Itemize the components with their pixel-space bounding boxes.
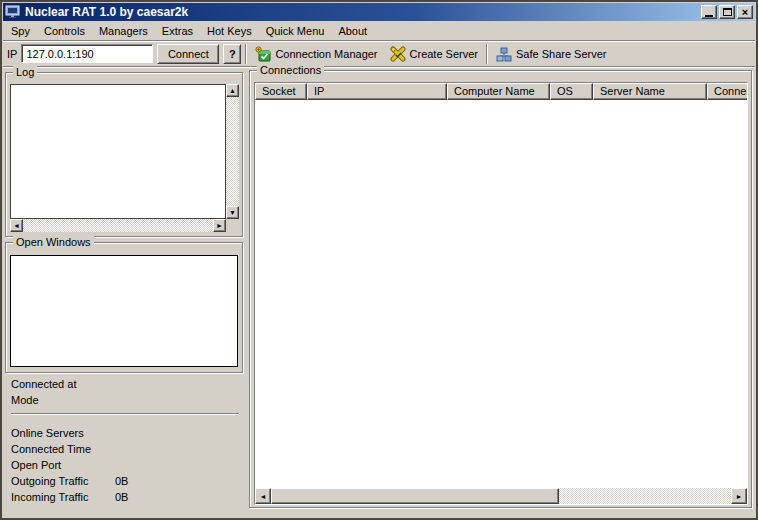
toolbar-separator — [245, 44, 247, 64]
help-button[interactable]: ? — [223, 44, 241, 64]
left-arrow-icon: ◄ — [13, 222, 20, 229]
status-row: Online Servers — [11, 425, 241, 441]
scroll-left-button[interactable]: ◄ — [10, 219, 23, 232]
menu-item-controls[interactable]: Controls — [37, 23, 92, 39]
ip-input[interactable] — [21, 44, 153, 63]
maximize-button[interactable] — [719, 5, 735, 19]
outgoing-traffic-value: 0B — [115, 475, 128, 487]
column-header-os[interactable]: OS — [550, 83, 593, 100]
toolbar-separator — [486, 44, 488, 64]
column-header-connection[interactable]: Connection — [707, 83, 747, 100]
column-header-server-name[interactable]: Server Name — [593, 83, 707, 100]
connection-manager-button[interactable]: Connection Manager — [251, 44, 381, 64]
scroll-down-button[interactable]: ▼ — [226, 206, 239, 219]
safe-share-server-button[interactable]: Safe Share Server — [492, 44, 611, 64]
create-server-label: Create Server — [410, 48, 478, 60]
log-text-area[interactable] — [10, 84, 226, 219]
connections-horizontal-scrollbar: ◄ ► — [255, 488, 747, 504]
connections-list-body[interactable] — [255, 100, 747, 488]
scrollbar-track[interactable] — [226, 97, 239, 206]
column-header-computer-name[interactable]: Computer Name — [447, 83, 550, 100]
column-header-ip[interactable]: IP — [307, 83, 447, 100]
close-button[interactable]: × — [737, 5, 753, 19]
status-row: Connected at — [11, 376, 241, 392]
scrollbar-track[interactable] — [559, 488, 731, 504]
menubar: Spy Controls Managers Extras Hot Keys Qu… — [3, 22, 755, 40]
right-arrow-icon: ► — [216, 222, 223, 229]
close-icon: × — [742, 7, 748, 17]
connected-at-label: Connected at — [11, 378, 115, 390]
app-window: Nuclear RAT 1.0 by caesar2k × Spy Contro… — [0, 0, 758, 520]
open-windows-panel-title: Open Windows — [13, 236, 94, 249]
minimize-icon — [705, 15, 713, 17]
status-row: Incoming Traffic 0B — [11, 489, 241, 505]
menu-item-about[interactable]: About — [331, 23, 374, 39]
app-icon — [5, 5, 21, 19]
safe-share-server-label: Safe Share Server — [516, 48, 607, 60]
status-block: Connected at Mode Online Servers Connect… — [11, 376, 241, 505]
connections-panel-title: Connections — [257, 64, 324, 77]
status-row: Outgoing Traffic 0B — [11, 473, 241, 489]
toolbar: IP Connect ? Connection Manager — [3, 40, 755, 67]
status-separator — [11, 413, 239, 415]
menu-item-managers[interactable]: Managers — [92, 23, 155, 39]
open-windows-list[interactable] — [10, 255, 238, 367]
log-memo: ▲ ▼ ◄ ► — [10, 84, 239, 232]
mode-label: Mode — [11, 394, 115, 406]
column-header-socket[interactable]: Socket — [255, 83, 307, 100]
open-port-label: Open Port — [11, 459, 115, 471]
maximize-icon — [723, 8, 732, 16]
connection-manager-icon — [255, 46, 271, 62]
scroll-up-button[interactable]: ▲ — [226, 84, 239, 97]
create-server-button[interactable]: Create Server — [386, 44, 482, 64]
incoming-traffic-label: Incoming Traffic — [11, 491, 115, 503]
scroll-right-button[interactable]: ► — [731, 488, 747, 504]
connect-button[interactable]: Connect — [157, 44, 219, 64]
titlebar[interactable]: Nuclear RAT 1.0 by caesar2k × — [3, 3, 755, 21]
log-panel: Log ▲ ▼ ◄ ► — [5, 72, 243, 237]
menu-item-quick-menu[interactable]: Quick Menu — [259, 23, 332, 39]
safe-share-server-icon — [496, 46, 512, 62]
connections-panel: Connections Socket IP Computer Name OS S… — [249, 70, 752, 508]
scroll-right-button[interactable]: ► — [213, 219, 226, 232]
up-arrow-icon: ▲ — [229, 87, 236, 94]
incoming-traffic-value: 0B — [115, 491, 128, 503]
menu-item-extras[interactable]: Extras — [155, 23, 200, 39]
log-panel-title: Log — [13, 66, 37, 79]
left-arrow-icon: ◄ — [260, 493, 267, 500]
status-row: Open Port — [11, 457, 241, 473]
scroll-left-button[interactable]: ◄ — [255, 488, 271, 504]
create-server-icon — [390, 46, 406, 62]
connections-list-view: Socket IP Computer Name OS Server Name C… — [254, 82, 748, 505]
status-row: Mode — [11, 392, 241, 408]
log-horizontal-scrollbar: ◄ ► — [10, 219, 226, 232]
ip-label: IP — [7, 48, 17, 60]
window-title: Nuclear RAT 1.0 by caesar2k — [25, 5, 699, 19]
connected-time-label: Connected Time — [11, 443, 115, 455]
log-vertical-scrollbar: ▲ ▼ — [226, 84, 239, 219]
down-arrow-icon: ▼ — [229, 209, 236, 216]
scrollbar-thumb[interactable] — [271, 488, 559, 504]
open-windows-panel: Open Windows — [5, 242, 243, 373]
minimize-button[interactable] — [701, 5, 717, 19]
connection-manager-label: Connection Manager — [275, 48, 377, 60]
scrollbar-corner — [226, 219, 239, 232]
status-row: Connected Time — [11, 441, 241, 457]
scrollbar-track[interactable] — [23, 219, 213, 232]
connections-header-row: Socket IP Computer Name OS Server Name C… — [255, 83, 747, 100]
menu-item-spy[interactable]: Spy — [4, 23, 37, 39]
menu-item-hot-keys[interactable]: Hot Keys — [200, 23, 259, 39]
right-arrow-icon: ► — [736, 493, 743, 500]
online-servers-label: Online Servers — [11, 427, 115, 439]
outgoing-traffic-label: Outgoing Traffic — [11, 475, 115, 487]
